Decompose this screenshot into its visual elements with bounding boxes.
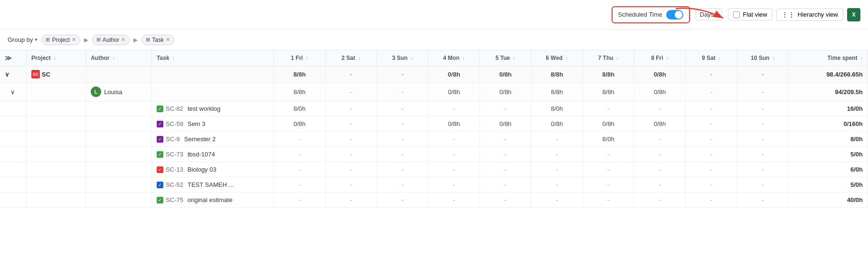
col-header-wed6[interactable]: 6 Wed ↕: [531, 50, 583, 66]
table-cell: -: [686, 177, 737, 193]
col-header-time-spent[interactable]: Time spent ↕: [789, 50, 868, 66]
table-cell: -: [377, 83, 428, 101]
task-cell[interactable]: ✓SC-13Biology 03: [152, 162, 274, 177]
col-header-sun10[interactable]: 10 Sun ↕: [737, 50, 788, 66]
table-cell: -: [737, 132, 788, 147]
task-type-icon: ✓: [157, 136, 163, 143]
table-cell: -: [480, 147, 531, 162]
table-cell: -: [686, 193, 737, 208]
task-name: tbsd-1074: [188, 151, 215, 158]
task-cell[interactable]: ✓SC-75original estimate: [152, 193, 274, 208]
table-cell: -: [737, 66, 788, 83]
project-cell: [27, 132, 86, 147]
task-cell[interactable]: ✓SC-73tbsd-1074: [152, 147, 274, 162]
scheduled-time-toggle[interactable]: [666, 10, 683, 19]
table-row: ✓SC-52TEST SAMEH ...----------5/0h: [0, 177, 868, 193]
table-cell: -: [531, 193, 583, 208]
table-row: ✓SC-9Semester 2------8/0h---8/0h: [0, 132, 868, 147]
table-cell: -: [325, 132, 377, 147]
project-cell: [27, 147, 86, 162]
task-cell[interactable]: ✓SC-9Semester 2: [152, 132, 274, 147]
group-chip-task[interactable]: ⊞ Task ✕: [142, 35, 174, 45]
time-spent-cell: 16/0h: [789, 101, 868, 116]
checkbox-icon: [733, 11, 740, 18]
flat-view-label: Flat view: [743, 11, 767, 18]
table-cell: 8/0h: [274, 101, 325, 116]
table-row: ✓SC-13Biology 03----------6/0h: [0, 162, 868, 177]
expand-spacer: [0, 162, 27, 177]
table-cell: -: [583, 162, 634, 177]
task-cell: [152, 83, 274, 101]
col-header-fri1[interactable]: 1 Fri ↕: [274, 50, 325, 66]
table-cell: -: [737, 147, 788, 162]
table-cell: 8/8h: [274, 66, 325, 83]
table-cell: -: [325, 66, 377, 83]
task-cell[interactable]: ✓SC-52TEST SAMEH ...: [152, 177, 274, 193]
table-cell: -: [686, 66, 737, 83]
hierarchy-icon: ⋮⋮: [782, 11, 795, 19]
group-chip-project[interactable]: ⊞ Project ✕: [41, 35, 80, 45]
task-cell[interactable]: ✓SC-59Sem 3: [152, 116, 274, 132]
author-cell: LLouisa: [86, 83, 152, 101]
col-header-author[interactable]: Author ↕: [86, 50, 152, 66]
table-cell: -: [377, 162, 428, 177]
time-spent-cell: 8/0h: [789, 132, 868, 147]
table-cell: -: [531, 162, 583, 177]
table-cell: -: [325, 116, 377, 132]
table-cell: -: [531, 132, 583, 147]
author-cell: [86, 162, 152, 177]
task-cell[interactable]: ✓SC-82test worklog: [152, 101, 274, 116]
scheduled-time-label: Scheduled Time: [618, 11, 662, 18]
flat-view-button[interactable]: Flat view: [728, 9, 772, 20]
project-chip-label: Project: [52, 37, 69, 43]
group-by-label[interactable]: Group by ▾: [8, 36, 38, 43]
task-grid-icon: ⊞: [146, 37, 150, 43]
task-id: SC-9: [166, 136, 180, 143]
task-cell: [152, 66, 274, 83]
col-header-fri8[interactable]: 8 Fri ↕: [634, 50, 685, 66]
table-cell: -: [480, 193, 531, 208]
col-header-sat9[interactable]: 9 Sat ↕: [686, 50, 737, 66]
view-options: Flat view ⋮⋮ Hierarchy view X: [728, 8, 860, 21]
table-row: ∨LLouisa8/8h--0/8h0/8h8/8h8/8h0/8h--94/2…: [0, 83, 868, 101]
excel-export-button[interactable]: X: [847, 8, 860, 21]
col-header-sat2[interactable]: 2 Sat ↕: [325, 50, 377, 66]
table-cell: 8/8h: [583, 66, 634, 83]
sort-icon-sat2: ↕: [358, 56, 360, 61]
table-cell: 0/8h: [428, 116, 480, 132]
sort-icon-sun3: ↕: [411, 56, 413, 61]
days-dropdown[interactable]: Days ▾: [696, 9, 723, 20]
col-header-mon4[interactable]: 4 Mon ↕: [428, 50, 480, 66]
table-cell: -: [325, 193, 377, 208]
sort-icon-sat9: ↕: [718, 56, 721, 61]
expand-button[interactable]: ∨: [0, 66, 27, 83]
author-chip-close-icon[interactable]: ✕: [121, 37, 125, 43]
author-cell: [86, 147, 152, 162]
group-chip-author[interactable]: ⊞ Author ✕: [92, 35, 130, 45]
chevron-down-icon: ▾: [716, 12, 718, 17]
task-id: SC-59: [166, 120, 183, 127]
table-row: ∨SC SC8/8h--0/8h0/8h8/8h8/8h0/8h--98.4/2…: [0, 66, 868, 83]
table-cell: -: [377, 193, 428, 208]
task-chip-close-icon[interactable]: ✕: [166, 37, 170, 43]
table-cell: -: [428, 177, 480, 193]
hierarchy-view-button[interactable]: ⋮⋮ Hierarchy view: [776, 9, 843, 21]
col-header-sun3[interactable]: 3 Sun ↕: [377, 50, 428, 66]
table-cell: -: [634, 132, 685, 147]
table-cell: -: [377, 101, 428, 116]
col-header-task[interactable]: Task ↕: [152, 50, 274, 66]
expand-button[interactable]: ∨: [0, 83, 27, 101]
table-cell: -: [377, 147, 428, 162]
project-chip-close-icon[interactable]: ✕: [72, 37, 76, 43]
sort-icon-fri8: ↕: [666, 56, 669, 61]
table-cell: -: [428, 147, 480, 162]
col-header-tue5[interactable]: 5 Tue ↕: [480, 50, 531, 66]
col-header-thu7[interactable]: 7 Thu ↕: [583, 50, 634, 66]
col-header-expand: ≫: [0, 50, 27, 66]
col-header-project[interactable]: Project ↕: [27, 50, 86, 66]
table-cell: -: [634, 147, 685, 162]
sort-icon-fri1: ↕: [306, 56, 308, 61]
table-cell: -: [583, 101, 634, 116]
table-cell: -: [686, 147, 737, 162]
time-tracking-table: ≫ Project ↕ Author ↕ Task ↕ 1 Fri ↕ 2 Sa…: [0, 50, 868, 208]
